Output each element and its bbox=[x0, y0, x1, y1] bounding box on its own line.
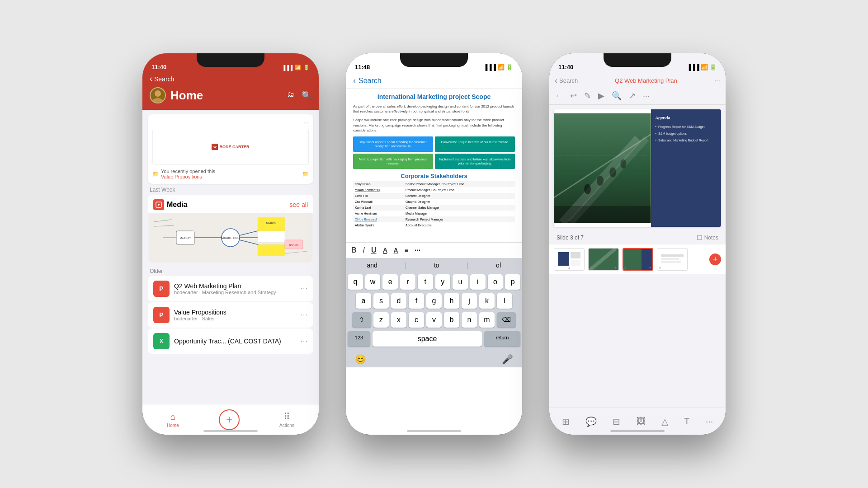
p3-thumb-4[interactable]: 4 bbox=[657, 248, 688, 271]
p2-key-f[interactable]: f bbox=[409, 293, 424, 309]
p1-see-all[interactable]: see all bbox=[290, 201, 308, 208]
p2-emoji-icon[interactable]: 😊 bbox=[355, 354, 366, 365]
p3-wifi: 📶 bbox=[701, 64, 708, 70]
p2-color-btn[interactable]: A bbox=[394, 247, 398, 254]
p2-key-m[interactable]: m bbox=[479, 312, 495, 328]
p3-bt-table-icon[interactable]: ⊟ bbox=[613, 416, 620, 427]
p2-suggest-to[interactable]: to bbox=[434, 262, 439, 269]
p2-more-btn[interactable]: ··· bbox=[415, 246, 420, 254]
p2-nav: ‹ Search bbox=[346, 73, 522, 89]
p2-space-key[interactable]: space bbox=[373, 331, 482, 347]
p3-thumb-3-active[interactable]: ✦ 3 bbox=[623, 248, 653, 271]
p1-folder-icon[interactable]: 🗂 bbox=[287, 90, 294, 100]
p2-key-r[interactable]: r bbox=[400, 274, 415, 290]
p2-key-z[interactable]: z bbox=[373, 312, 389, 328]
p1-actions-icon: ⠿ bbox=[283, 411, 290, 422]
p2-suggest-of[interactable]: of bbox=[496, 262, 501, 269]
p3-back-label[interactable]: Search bbox=[559, 77, 578, 84]
p2-key-b[interactable]: b bbox=[444, 312, 459, 328]
p2-mic-icon[interactable]: 🎤 bbox=[502, 354, 513, 365]
p3-tb-back-icon[interactable]: ← bbox=[555, 91, 563, 101]
p3-tb-more-icon[interactable]: ··· bbox=[643, 91, 650, 101]
p3-nav-left: ‹ Search bbox=[555, 76, 578, 85]
p2-bold-btn[interactable]: B bbox=[351, 246, 357, 254]
p2-signal: ▐▐▐ bbox=[483, 64, 496, 70]
p3-bt-layout-icon[interactable]: ⊞ bbox=[562, 416, 570, 427]
p2-key-y[interactable]: y bbox=[435, 274, 451, 290]
p1-back-label[interactable]: Search bbox=[154, 75, 174, 83]
p2-role-4: Graphic Designer bbox=[404, 199, 515, 205]
p3-time: 11:40 bbox=[558, 64, 573, 70]
p3-tb-play-icon[interactable]: ▶ bbox=[598, 91, 604, 101]
svg-rect-42 bbox=[661, 254, 684, 257]
p2-key-v[interactable]: v bbox=[426, 312, 442, 328]
p2-italic-btn[interactable]: I bbox=[363, 246, 365, 254]
p2-key-x[interactable]: x bbox=[391, 312, 406, 328]
p3-thumb-num-4: 4 bbox=[659, 266, 660, 270]
p3-bt-image-icon[interactable]: 🖼 bbox=[637, 416, 646, 427]
p2-list-btn[interactable]: ≡ bbox=[405, 247, 408, 254]
p2-key-j[interactable]: j bbox=[462, 293, 477, 309]
p2-key-o[interactable]: o bbox=[488, 274, 503, 290]
p2-highlight-btn[interactable]: A̲ bbox=[383, 247, 387, 254]
p2-key-n[interactable]: n bbox=[462, 312, 477, 328]
p2-key-p[interactable]: p bbox=[505, 274, 520, 290]
p3-more-icon[interactable]: ··· bbox=[714, 77, 720, 85]
p1-media-thumbnail-svg: MARKETING MARKET NAIROBI NAIROBI bbox=[148, 213, 313, 263]
p3-tb-undo-icon[interactable]: ↩ bbox=[570, 91, 577, 101]
p2-key-s[interactable]: s bbox=[373, 293, 389, 309]
p2-key-e[interactable]: e bbox=[382, 274, 398, 290]
p1-nav-actions[interactable]: ⠿ Actions bbox=[279, 411, 294, 428]
p3-thumb-1[interactable]: 1 bbox=[554, 248, 585, 271]
p1-card-dots-left[interactable]: ··· bbox=[152, 119, 309, 126]
p3-tb-search-icon[interactable]: 🔍 bbox=[612, 91, 622, 101]
p2-doc-para1[interactable]: As part of the overall sales effort, dev… bbox=[353, 104, 515, 114]
p3-notes-row: ☐ Notes bbox=[697, 234, 718, 241]
p3-tb-pencil-icon[interactable]: ✎ bbox=[584, 91, 591, 101]
p2-delete-key[interactable]: ⌫ bbox=[497, 312, 516, 328]
p2-key-a[interactable]: a bbox=[356, 293, 371, 309]
p3-bt-comment-icon[interactable]: 💬 bbox=[585, 416, 597, 427]
p3-back-chevron[interactable]: ‹ bbox=[555, 76, 557, 85]
svg-point-0 bbox=[155, 90, 161, 97]
p2-shift-key[interactable]: ⇧ bbox=[352, 312, 371, 328]
p1-avatar[interactable] bbox=[150, 87, 166, 103]
p3-bt-more2-icon[interactable]: ··· bbox=[706, 416, 713, 427]
p2-underline-btn[interactable]: U bbox=[371, 246, 377, 254]
p1-file-menu-2[interactable]: ··· bbox=[301, 311, 308, 319]
p1-search-icon[interactable]: 🔍 bbox=[302, 90, 311, 100]
p2-key-i[interactable]: i bbox=[470, 274, 486, 290]
p1-file-menu-1[interactable]: ··· bbox=[301, 285, 308, 293]
p2-return-key[interactable]: return bbox=[484, 331, 520, 347]
p2-key-g[interactable]: g bbox=[426, 293, 442, 309]
p3-tb-share-icon[interactable]: ↗ bbox=[629, 91, 636, 101]
p3-thumb-star-2: ✦ bbox=[614, 266, 617, 270]
p2-key-l[interactable]: l bbox=[497, 293, 512, 309]
p3-bt-text-icon[interactable]: T bbox=[684, 416, 689, 427]
p2-123-key[interactable]: 123 bbox=[348, 331, 370, 347]
table-row: Alistair SpeirsAccount Executive bbox=[353, 222, 515, 228]
p3-add-slide-btn[interactable]: + bbox=[709, 253, 721, 265]
p2-key-q[interactable]: q bbox=[348, 274, 363, 290]
p3-thumb-num-2: 2 bbox=[590, 266, 592, 270]
p3-thumb-2[interactable]: ✦ 2 bbox=[588, 248, 619, 271]
p1-fab-button[interactable]: + bbox=[219, 409, 240, 430]
p2-key-t[interactable]: t bbox=[418, 274, 433, 290]
notch bbox=[197, 53, 264, 67]
p2-suggest-and[interactable]: and bbox=[367, 262, 377, 269]
p2-key-u[interactable]: u bbox=[453, 274, 468, 290]
p3-notes-label[interactable]: Notes bbox=[704, 235, 718, 241]
p2-key-d[interactable]: d bbox=[391, 293, 406, 309]
p2-key-w[interactable]: w bbox=[365, 274, 381, 290]
p2-battery: 🔋 bbox=[506, 64, 513, 70]
p1-battery: 🔋 bbox=[303, 65, 310, 70]
p2-key-h[interactable]: h bbox=[444, 293, 459, 309]
p3-bt-shape-icon[interactable]: △ bbox=[661, 416, 668, 427]
p2-back-label[interactable]: Search bbox=[359, 77, 382, 85]
p1-file-menu-3[interactable]: ··· bbox=[301, 337, 308, 345]
p1-nav-home[interactable]: ⌂ Home bbox=[167, 412, 179, 428]
p2-key-c[interactable]: c bbox=[409, 312, 424, 328]
p3-status-icons: ▐▐▐ 📶 🔋 bbox=[687, 64, 717, 70]
p2-key-k[interactable]: k bbox=[479, 293, 495, 309]
p2-doc-para2[interactable]: Scope will include one core package desi… bbox=[353, 117, 515, 133]
